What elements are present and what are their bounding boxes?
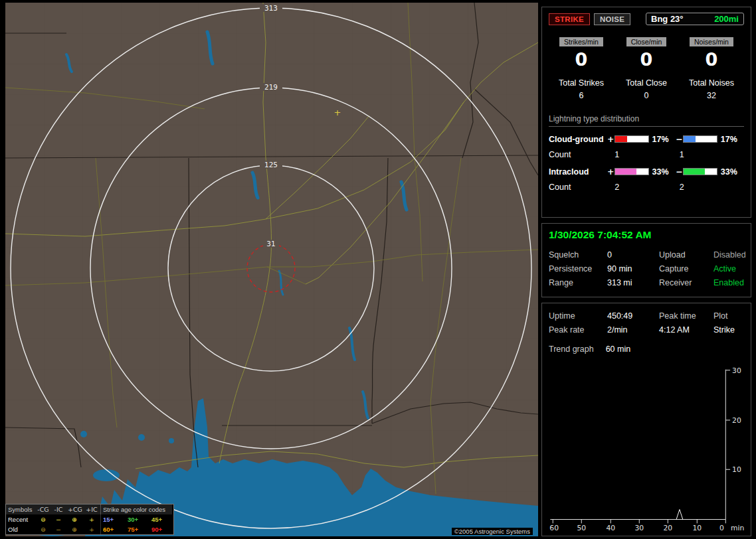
peak-rate-value: 2/min xyxy=(607,325,659,335)
distribution-title: Lightning type distribution xyxy=(549,114,744,127)
ic-positive-pct: 33% xyxy=(652,167,676,177)
side-panel: STRIKE NOISE Bng 23° 200mi Strikes/min 0… xyxy=(541,0,752,539)
ic-negative-pct: 33% xyxy=(721,167,744,177)
receiver-status: Enabled xyxy=(713,278,746,287)
plus-sign: + xyxy=(607,167,614,177)
pos-ic-recent-icon: + xyxy=(83,514,100,524)
range-setting-label: Range xyxy=(549,278,607,287)
y-tick-10: 10 xyxy=(732,465,741,474)
x-tick-20: 20 xyxy=(663,524,672,532)
date-time: 1/30/2026 7:04:52 AM xyxy=(549,229,744,241)
legend-col-neg-ic: -IC xyxy=(51,504,66,514)
bearing-range-readout: Bng 23° 200mi xyxy=(646,13,744,25)
trend-graph-value: 60 min xyxy=(606,345,631,354)
x-tick-10: 10 xyxy=(692,524,702,532)
map-display[interactable]: 313 219 125 31 + Symbols -CG -IC +CG +IC… xyxy=(5,3,538,536)
total-close-value: 0 xyxy=(614,91,679,100)
legend-age-header: Strike age color codes xyxy=(100,504,172,514)
lightning-detector-app: 313 219 125 31 + Symbols -CG -IC +CG +IC… xyxy=(0,0,756,539)
x-axis-unit: min xyxy=(731,524,744,532)
ic-negative-count: 2 xyxy=(680,183,744,192)
squelch-value: 0 xyxy=(607,250,659,260)
ic-positive-bar-fill xyxy=(615,169,636,175)
legend-col-neg-cg: -CG xyxy=(35,504,51,514)
age-60: 60+ xyxy=(100,524,126,534)
total-close-label: Total Close xyxy=(614,78,679,88)
age-45: 45+ xyxy=(149,514,172,524)
cg-positive-bar-fill xyxy=(615,136,627,142)
minus-sign: − xyxy=(676,134,683,144)
minus-sign: − xyxy=(676,167,683,177)
x-tick-0: 0 xyxy=(719,524,724,532)
neg-ic-old-icon: − xyxy=(51,524,66,534)
capture-label: Capture xyxy=(659,264,713,273)
peak-time-label: Peak time xyxy=(659,311,713,321)
trend-graph-label: Trend graph xyxy=(549,345,594,354)
intracloud-count-row: Count 2 2 xyxy=(549,183,744,192)
radar-map[interactable]: 313 219 125 31 + xyxy=(5,3,538,536)
ic-negative-bar xyxy=(683,168,717,175)
peak-rate-label: Peak rate xyxy=(549,325,607,335)
upload-status: Disabled xyxy=(713,250,746,260)
x-tick-30: 30 xyxy=(634,524,644,532)
neg-cg-old-icon: ⊖ xyxy=(35,524,51,534)
cg-negative-bar-fill xyxy=(684,136,696,142)
noises-per-min-label: Noises/min xyxy=(690,37,733,46)
pos-cg-recent-icon: ⊕ xyxy=(66,514,83,524)
cloud-ground-count-row: Count 1 1 xyxy=(549,150,744,159)
uptime-value: 450:49 xyxy=(607,311,659,321)
plus-sign: + xyxy=(607,134,614,144)
strikes-per-min-value: 0 xyxy=(549,49,614,70)
neg-ic-recent-icon: − xyxy=(51,514,66,524)
legend-col-pos-ic: +IC xyxy=(83,504,100,514)
legend-symbols-header: Symbols xyxy=(6,504,35,514)
ring-label-313: 313 xyxy=(264,4,278,12)
noises-per-min-column: Noises/min 0 Total Noises 32 xyxy=(679,35,744,100)
settings-panel: 1/30/2026 7:04:52 AM Squelch 0 Upload Di… xyxy=(541,223,751,297)
noise-toggle-button[interactable]: NOISE xyxy=(594,13,630,25)
pos-cg-old-icon: ⊕ xyxy=(66,524,83,534)
ring-label-125: 125 xyxy=(264,161,278,169)
uptime-label: Uptime xyxy=(549,311,607,321)
range-setting-value: 313 mi xyxy=(607,278,659,287)
plot-label: Plot xyxy=(713,311,744,321)
x-tick-60: 60 xyxy=(549,524,559,532)
bearing-value: Bng 23° xyxy=(651,14,684,24)
strike-marker-icon: + xyxy=(334,108,341,117)
ic-negative-bar-fill xyxy=(684,169,705,175)
ic-positive-bar xyxy=(614,168,649,175)
persistence-label: Persistence xyxy=(549,264,607,273)
y-tick-30: 30 xyxy=(732,366,741,375)
strike-toggle-button[interactable]: STRIKE xyxy=(549,13,590,25)
cloud-ground-label: Cloud-ground xyxy=(549,135,607,144)
ic-positive-count: 2 xyxy=(614,183,679,192)
cg-positive-pct: 17% xyxy=(652,135,676,144)
trend-spike-group xyxy=(676,510,683,520)
neg-cg-recent-icon: ⊖ xyxy=(35,514,51,524)
range-value: 200mi xyxy=(714,14,739,24)
strikes-per-min-column: Strikes/min 0 Total Strikes 6 xyxy=(549,35,614,100)
ring-label-31: 31 xyxy=(266,240,275,248)
close-per-min-column: Close/min 0 Total Close 0 xyxy=(614,35,679,100)
trend-chart: 30 20 10 60 50 40 30 20 10 0 min xyxy=(549,360,745,534)
cloud-ground-row: Cloud-ground + 17% − 17% xyxy=(549,134,744,144)
cg-positive-bar xyxy=(614,135,649,143)
total-strikes-label: Total Strikes xyxy=(549,78,614,88)
age-90: 90+ xyxy=(149,524,172,534)
y-tick-20: 20 xyxy=(732,416,741,425)
x-tick-40: 40 xyxy=(606,524,615,532)
upload-label: Upload xyxy=(659,250,713,260)
cg-count-label: Count xyxy=(549,150,614,159)
age-30: 30+ xyxy=(126,514,149,524)
close-per-min-label: Close/min xyxy=(626,37,667,46)
capture-status: Active xyxy=(713,264,746,273)
peak-time-value: 4:12 AM xyxy=(659,325,713,335)
age-75: 75+ xyxy=(126,524,149,534)
cg-negative-pct: 17% xyxy=(721,135,744,144)
total-noises-label: Total Noises xyxy=(679,78,744,88)
ic-count-label: Count xyxy=(549,183,614,192)
total-strikes-value: 6 xyxy=(549,91,614,100)
legend-row-old-label: Old xyxy=(6,524,35,534)
pos-ic-old-icon: + xyxy=(83,524,100,534)
cg-positive-count: 1 xyxy=(614,150,679,159)
